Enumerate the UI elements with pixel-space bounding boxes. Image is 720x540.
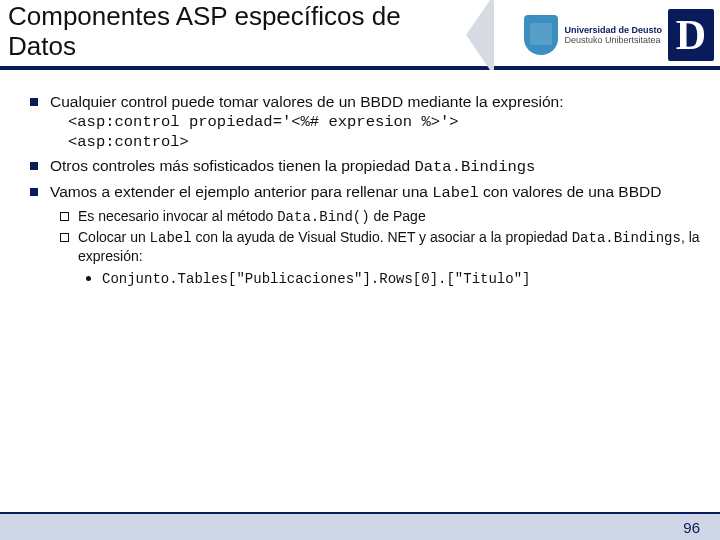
sub-2-pre: Colocar un [78, 229, 150, 245]
bullet-1-code-1: <asp:control propiedad='<%# expresion %>… [50, 112, 702, 132]
bullet-2-pre: Otros controles más sofisticados tienen … [50, 157, 414, 174]
bullet-1: Cualquier control puede tomar valores de… [18, 92, 702, 152]
subsub-code: Conjunto.Tables["Publicaciones"].Rows[0]… [102, 271, 530, 287]
sub-2-code-1: Label [150, 230, 192, 246]
sub-bullet-2: Colocar un Label con la ayuda de Visual … [50, 228, 702, 289]
university-name-eu: Deustuko Unibertsitatea [564, 35, 662, 45]
sub-2-code-2: Data.Bindings [572, 230, 681, 246]
bullet-1-code-2: <asp:control> [50, 132, 702, 152]
subsub-bullet-list: Conjunto.Tables["Publicaciones"].Rows[0]… [78, 269, 702, 288]
sub-bullet-1: Es necesario invocar al método Data.Bind… [50, 207, 702, 226]
slide-body: Cualquier control puede tomar valores de… [0, 70, 720, 288]
sub-2-mid: con la ayuda de Visual Studio. NET y aso… [192, 229, 572, 245]
header-chevron [466, 0, 490, 70]
page-number: 96 [683, 519, 700, 536]
bullet-1-text: Cualquier control puede tomar valores de… [50, 93, 564, 110]
shield-icon [524, 15, 558, 55]
title-line-2: Datos [8, 31, 76, 61]
slide-footer: 96 [0, 512, 720, 540]
university-name: Universidad de Deusto Deustuko Unibertsi… [564, 25, 662, 46]
bullet-3: Vamos a extender el ejemplo anterior par… [18, 182, 702, 289]
bullet-list: Cualquier control puede tomar valores de… [18, 92, 702, 288]
bullet-3-code: Label [432, 184, 479, 202]
sub-1-code: Data.Bind() [277, 209, 369, 225]
title-line-1: Componentes ASP específicos de [8, 1, 401, 31]
slide-header: Componentes ASP específicos de Datos Uni… [0, 0, 720, 70]
bullet-3-pre: Vamos a extender el ejemplo anterior par… [50, 183, 432, 200]
sub-1-pre: Es necesario invocar al método [78, 208, 277, 224]
bullet-3-post: con valores de una BBDD [479, 183, 662, 200]
bullet-2: Otros controles más sofisticados tienen … [18, 156, 702, 177]
bullet-2-code: Data.Bindings [414, 158, 535, 176]
university-logo: Universidad de Deusto Deustuko Unibertsi… [490, 0, 720, 70]
sub-bullet-list: Es necesario invocar al método Data.Bind… [50, 207, 702, 289]
sub-1-post: de Page [370, 208, 426, 224]
subsub-bullet-1: Conjunto.Tables["Publicaciones"].Rows[0]… [78, 269, 702, 288]
university-name-es: Universidad de Deusto [564, 25, 662, 35]
university-d-logo: D [668, 9, 714, 61]
slide-title: Componentes ASP específicos de Datos [8, 2, 401, 62]
